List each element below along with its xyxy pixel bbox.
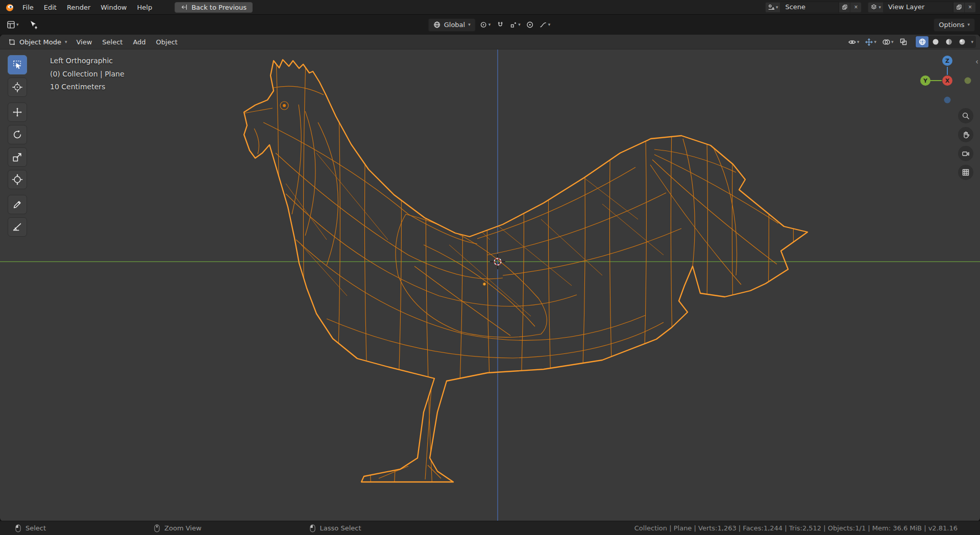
- chevron-down-icon: ▾: [518, 22, 521, 27]
- object-visibility-dropdown[interactable]: ▾: [846, 37, 862, 47]
- back-arrow-icon: [181, 4, 188, 11]
- camera-view-button[interactable]: [958, 146, 973, 161]
- editor-type-button[interactable]: ▾: [5, 19, 20, 30]
- tool-scale[interactable]: [8, 147, 27, 167]
- tool-transform[interactable]: [8, 170, 27, 189]
- shading-mode-group: ▾: [915, 36, 976, 48]
- scene-new-button[interactable]: [839, 2, 850, 13]
- globe-icon: [433, 21, 441, 29]
- magnifier-icon: [962, 112, 970, 120]
- hand-icon: [962, 131, 970, 139]
- shading-wireframe-button[interactable]: [916, 36, 928, 47]
- close-icon: ×: [968, 4, 972, 11]
- view-layer-name-field[interactable]: View Layer: [884, 2, 953, 13]
- viewport-header-right: ▾ ▾ ▾: [846, 36, 976, 48]
- view-layer-name: View Layer: [888, 3, 924, 11]
- keymap-hint-zoom: Zoom View: [154, 524, 201, 532]
- menu-render[interactable]: Render: [62, 2, 95, 13]
- snap-with-icon: [509, 21, 517, 29]
- duplicate-icon: [956, 4, 962, 10]
- chevron-down-icon: ▾: [488, 22, 491, 27]
- tool-measure[interactable]: [8, 217, 27, 237]
- object-origin: [483, 283, 486, 286]
- gizmo-x-label: X: [945, 78, 950, 84]
- object-mode-icon: [8, 38, 16, 46]
- navigation-gizmo[interactable]: Y Z X: [920, 56, 971, 104]
- active-tool-tweak-icon: [29, 20, 39, 30]
- mode-dropdown[interactable]: Object Mode ▾: [4, 36, 71, 48]
- chevron-down-icon: ▾: [967, 22, 970, 27]
- scene-selector: ▾ Scene ×: [765, 2, 862, 13]
- tool-settings-right: Options ▾: [934, 18, 975, 32]
- tool-settings-bar: ▾ Global ▾ ▾: [0, 15, 980, 35]
- hint-label: Zoom View: [164, 524, 201, 532]
- zoom-view-button[interactable]: [958, 108, 973, 123]
- back-to-previous-button[interactable]: Back to Previous: [175, 2, 253, 13]
- tool-rotate[interactable]: [8, 125, 27, 144]
- solid-sphere-icon: [932, 38, 940, 46]
- menu-object[interactable]: Object: [151, 37, 183, 47]
- chevron-down-icon: ▾: [874, 40, 876, 44]
- perspective-toggle-button[interactable]: [958, 165, 973, 180]
- chevron-down-icon: ▾: [857, 40, 860, 44]
- tool-annotate[interactable]: [8, 195, 27, 214]
- transform-orientation-dropdown[interactable]: Global ▾: [428, 18, 476, 32]
- pivot-point-dropdown[interactable]: ▾: [478, 20, 493, 30]
- sidebar-collapse-arrow[interactable]: ‹: [975, 57, 978, 66]
- tool-settings-center: Global ▾ ▾ ▾: [428, 18, 552, 32]
- viewport-3d[interactable]: Object Mode ▾ View Select Add Object ▾ ▾: [0, 35, 980, 521]
- snap-toggle[interactable]: [495, 20, 505, 30]
- menu-add[interactable]: Add: [128, 37, 151, 47]
- xray-toggle[interactable]: [897, 36, 910, 47]
- tool-settings-left: ▾: [5, 19, 39, 30]
- view-layer-browse-button[interactable]: ▾: [868, 2, 884, 13]
- scene-canvas[interactable]: Y Z X: [0, 35, 980, 521]
- scene-name: Scene: [785, 3, 805, 11]
- mode-label: Object Mode: [19, 38, 61, 46]
- proportional-editing-toggle[interactable]: [525, 20, 535, 30]
- mouse-left-icon: [15, 524, 21, 532]
- visibility-eye-icon: [848, 38, 856, 46]
- options-label: Options: [939, 21, 964, 29]
- snap-settings-dropdown[interactable]: ▾: [508, 20, 522, 30]
- scene-name-field[interactable]: Scene: [780, 2, 839, 13]
- pan-view-button[interactable]: [958, 127, 973, 142]
- tool-cursor[interactable]: [8, 78, 27, 97]
- view-layer-remove-button[interactable]: ×: [965, 2, 976, 13]
- scene-unlink-button[interactable]: ×: [850, 2, 862, 13]
- options-dropdown[interactable]: Options ▾: [934, 18, 975, 32]
- shading-solid-button[interactable]: [929, 36, 942, 47]
- scene-browse-button[interactable]: ▾: [765, 2, 781, 13]
- chevron-down-icon: ▾: [468, 22, 471, 27]
- pivot-point-icon: [480, 21, 487, 29]
- overlays-dropdown[interactable]: ▾: [880, 37, 896, 47]
- tool-select-box[interactable]: [8, 55, 27, 74]
- rendered-sphere-icon: [958, 38, 966, 46]
- mouse-left-drag-icon: [310, 524, 315, 532]
- menu-edit[interactable]: Edit: [39, 2, 62, 13]
- duplicate-icon: [842, 4, 848, 10]
- gizmo-icon: [865, 38, 873, 46]
- rooster-wireframe[interactable]: [244, 43, 807, 490]
- gizmo-axis-neg-y[interactable]: [965, 78, 971, 84]
- gizmos-dropdown[interactable]: ▾: [863, 37, 878, 47]
- shading-material-button[interactable]: [942, 36, 955, 47]
- menu-help[interactable]: Help: [132, 2, 158, 13]
- menu-file[interactable]: File: [17, 2, 39, 13]
- shading-dropdown[interactable]: ▾: [969, 40, 975, 44]
- camera-icon: [962, 149, 970, 158]
- scene-statistics: Collection | Plane | Verts:1,263 | Faces…: [634, 524, 958, 532]
- menu-view[interactable]: View: [71, 37, 97, 47]
- mouse-middle-icon: [154, 524, 160, 532]
- tool-move[interactable]: [8, 103, 27, 122]
- xray-icon: [899, 38, 908, 46]
- menu-select[interactable]: Select: [97, 37, 128, 47]
- overlays-icon: [882, 38, 891, 46]
- gizmo-axis-neg-z[interactable]: [944, 97, 951, 104]
- chevron-down-icon: ▾: [891, 40, 894, 44]
- menu-window[interactable]: Window: [95, 2, 132, 13]
- blender-logo-icon[interactable]: [4, 2, 15, 13]
- proportional-falloff-dropdown[interactable]: ▾: [538, 20, 552, 30]
- view-layer-new-button[interactable]: [953, 2, 965, 13]
- shading-rendered-button[interactable]: [955, 36, 968, 47]
